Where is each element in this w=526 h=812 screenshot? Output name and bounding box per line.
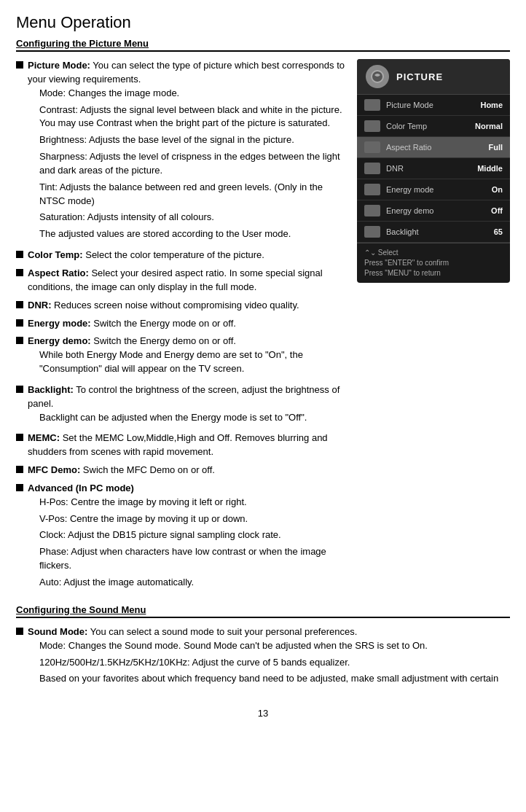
item-term: Advanced (In PC mode) [28,483,134,493]
menu-row-energy-demo: Energy demo Off [357,200,510,222]
picture-section-header: Configuring the Picture Menu [16,38,510,52]
menu-footer: ⌃⌄ Select Press "ENTER" to confirm Press… [357,243,510,283]
sub-para: Mode: Changes the image mode. [39,87,345,101]
item-content: Sound Mode: You can select a sound mode … [28,625,510,689]
sub-para: Contrast: Adjusts the signal level betwe… [39,104,345,131]
item-content: Backlight: To control the brightness of … [28,383,345,428]
sub-para: Sharpness: Adjusts the level of crispnes… [39,150,345,178]
row-label-1: Color Temp [386,122,469,130]
picture-menu-box: PICTURE Picture Mode Home Color Temp Nor… [357,59,510,283]
sound-text-column: Sound Mode: You can select a sound mode … [16,625,510,693]
row-value-2: Full [488,143,503,152]
row-label-0: Picture Mode [386,101,474,109]
item-term: MEMC: [28,432,60,443]
item-term: Aspect Ratio: [28,268,89,278]
picture-bullet-item-4: Energy mode: Switch the Energy mode on o… [16,317,345,331]
sub-para: The adjusted values are stored according… [39,227,345,241]
item-term: Backlight: [28,384,74,395]
sub-para: Brightness: Adjusts the base level of th… [39,133,345,147]
footer-enter: Press "ENTER" to confirm [364,258,503,268]
sub-para: Tint: Adjusts the balance between red an… [39,181,345,208]
row-value-3: Middle [477,164,503,173]
picture-menu-header: PICTURE [357,59,510,95]
sub-para: Mode: Changes the Sound mode. Sound Mode… [39,639,510,653]
menu-row-energy-mode: Energy mode On [357,179,510,200]
row-value-5: Off [491,206,503,215]
row-value-6: 65 [494,227,503,236]
picture-menu-title: PICTURE [396,71,443,82]
row-label-5: Energy demo [386,206,485,215]
bullet-square [16,628,23,635]
row-icon-6 [364,226,380,238]
picture-bullet-list: Picture Mode: You can select the type of… [16,59,345,593]
item-term: MFC Demo: [28,464,80,475]
item-content: Energy demo: Switch the Energy demo on o… [28,335,345,379]
item-content: MEMC: Set the MEMC Low,Middle,High and O… [28,432,345,459]
picture-text-column: Picture Mode: You can select the type of… [16,59,345,597]
row-icon-1 [364,120,380,132]
menu-row-aspect-ratio: Aspect Ratio Full [357,137,510,158]
item-term: DNR: [28,300,52,311]
sub-para: Clock: Adjust the DB15 picture signal sa… [39,528,345,542]
item-content: DNR: Reduces screen noise without compro… [28,299,345,313]
row-label-6: Backlight [386,227,488,236]
picture-bullet-item-2: Aspect Ratio: Select your desired aspect… [16,267,345,294]
bullet-square [16,466,23,473]
sub-para: Based on your favorites about which freq… [39,672,510,686]
row-label-2: Aspect Ratio [386,143,482,152]
picture-bullet-item-5: Energy demo: Switch the Energy demo on o… [16,335,345,379]
item-content: Advanced (In PC mode) H-Pos: Centre the … [28,482,345,593]
item-term: Energy demo: [28,335,91,346]
bullet-square [16,301,23,308]
page-number: 13 [16,708,510,719]
bullet-square [16,319,23,327]
row-value-0: Home [480,101,503,109]
item-term: Sound Mode: [28,626,87,637]
item-term: Picture Mode: [28,60,90,71]
row-value-1: Normal [475,122,503,130]
sub-para: V-Pos: Centre the image by moving it up … [39,512,345,526]
picture-bullet-item-1: Color Temp: Select the color temperature… [16,249,345,262]
item-content: Picture Mode: You can select the type of… [28,59,345,244]
item-content: Energy mode: Switch the Energy mode on o… [28,317,345,331]
sound-bullet-list: Sound Mode: You can select a sound mode … [16,625,510,689]
sub-para: Saturation: Adjusts intensity of all col… [39,211,345,225]
row-label-4: Energy mode [386,185,486,194]
menu-row-backlight: Backlight 65 [357,222,510,243]
item-term: Energy mode: [28,318,91,329]
sub-para: Auto: Adjust the image automatically. [39,576,345,590]
footer-menu: Press "MENU" to return [364,268,503,278]
sub-para: 120Hz/500Hz/1.5KHz/5KHz/10KHz: Adjust th… [39,656,510,670]
picture-bullet-item-0: Picture Mode: You can select the type of… [16,59,345,244]
row-icon-4 [364,184,380,195]
sub-para: While both Energy Mode and Energy demo a… [39,348,345,376]
menu-row-color-temp: Color Temp Normal [357,116,510,137]
picture-bullet-item-8: MFC Demo: Swich the MFC Demo on or off. [16,464,345,477]
bullet-square [16,484,23,491]
row-label-3: DNR [386,164,471,173]
sound-content-area: Sound Mode: You can select a sound mode … [16,625,510,693]
menu-row-dnr: DNR Middle [357,158,510,179]
item-content: Aspect Ratio: Select your desired aspect… [28,267,345,294]
bullet-square [16,269,23,276]
bullet-square [16,434,23,441]
row-icon-5 [364,205,380,216]
bullet-square [16,337,23,344]
menu-row-picture-mode: Picture Mode Home [357,95,510,116]
sub-para: Phase: Adjust when characters have low c… [39,545,345,573]
picture-bullet-item-6: Backlight: To control the brightness of … [16,383,345,428]
item-content: MFC Demo: Swich the MFC Demo on or off. [28,464,345,477]
sub-para: Backlight can be adjusted when the Energ… [39,411,345,425]
row-value-4: On [492,185,503,194]
bullet-square [16,251,23,258]
picture-content-area: Picture Mode: You can select the type of… [16,59,510,597]
row-icon-3 [364,163,380,174]
item-term: Color Temp: [28,249,83,260]
sub-para: H-Pos: Centre the image by moving it lef… [39,496,345,510]
item-content: Color Temp: Select the color temperature… [28,249,345,262]
picture-menu-image: PICTURE Picture Mode Home Color Temp Nor… [357,59,510,597]
menu-rows-container: Picture Mode Home Color Temp Normal Aspe… [357,95,510,243]
picture-bullet-item-7: MEMC: Set the MEMC Low,Middle,High and O… [16,432,345,459]
footer-select: ⌃⌄ Select [364,248,503,258]
page-title: Menu Operation [16,13,510,32]
